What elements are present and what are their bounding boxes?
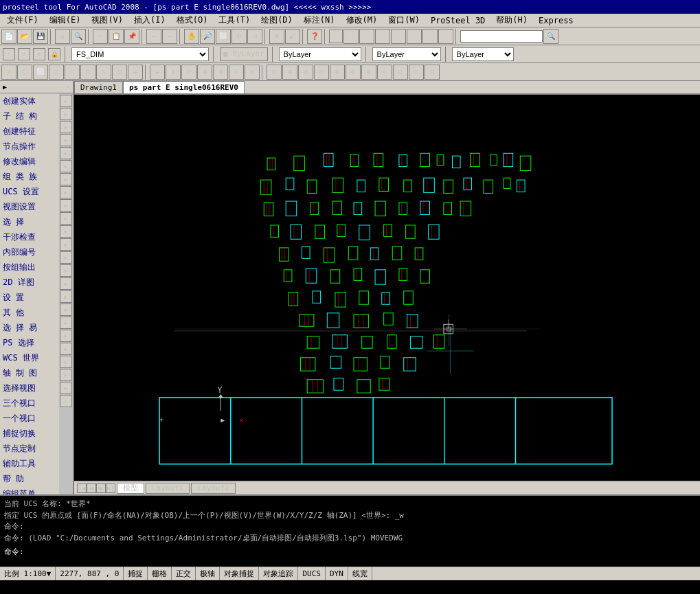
menu-internal-num[interactable]: 内部编号 [0,244,59,260]
mod-btn3[interactable]: ⟳ [181,65,196,80]
command-input[interactable] [4,560,696,567]
ps-btn5[interactable] [391,29,406,44]
layer-lock-btn[interactable]: 🔒 [48,48,60,60]
menu-prosteel[interactable]: ProSteel 3D [427,15,489,26]
layout-nav-next[interactable]: ▶ [96,483,106,493]
left-icon-8[interactable]: ▶ [60,186,72,198]
status-grid[interactable]: 栅格 [148,567,172,580]
left-icon-3[interactable]: ▶ [60,121,72,133]
left-icon-7[interactable]: ▶ [60,173,72,185]
redo-btn[interactable]: ↪ [162,29,177,44]
left-icon-18[interactable]: ▶ [60,317,72,329]
save-btn[interactable]: 💾 [33,29,48,44]
left-icon-13[interactable]: ▶ [60,251,72,264]
layout-tab-model[interactable]: 模型 [117,483,144,494]
menu-3-viewport[interactable]: 三个视口 [0,396,59,411]
snap-btn11[interactable]: ⊜ [425,65,440,80]
lineweight-select[interactable]: ByLayer [372,47,441,61]
drawing-canvas[interactable]: + ▶ ✕ Y [74,95,700,481]
menu-file[interactable]: 文件(F) [3,14,43,27]
left-icon-12[interactable]: ▶ [60,238,72,251]
layer-freeze-btn[interactable]: ❄ [33,48,45,60]
status-ortho[interactable]: 正交 [172,567,196,580]
menu-node-custom[interactable]: 节点定制 [0,441,59,456]
snap-btn6[interactable]: ⊙ [346,65,361,80]
menu-ps-select[interactable]: PS 选择 [0,335,59,350]
status-dyn[interactable]: DYN [326,567,348,580]
left-icon-24[interactable]: ☆ [60,395,72,407]
left-icon-20[interactable]: ▶ [60,343,72,355]
canvas-area[interactable]: Drawing1 ps part E single0616REV0 + ▶ ✕ … [74,81,700,494]
zoom-win-btn[interactable]: ⬜ [216,29,231,44]
left-icon-11[interactable]: ▶ [60,225,72,238]
mod-btn7[interactable]: ⊕ [245,65,260,80]
draw-btn1[interactable]: ∕ [1,65,16,80]
draw-btn3[interactable]: ⬜ [33,65,48,80]
left-icon-10[interactable]: ▶ [60,212,72,225]
menu-node-op[interactable]: 节点操作 [0,139,59,154]
ps-btn3[interactable] [359,29,374,44]
ps-btn4[interactable] [375,29,390,44]
menu-2d-detail[interactable]: 2D 详图 [0,275,59,290]
menu-wcs-world[interactable]: WCS 世界 [0,350,59,365]
color-control[interactable]: ■ ByLayer [220,47,268,61]
menu-group-family[interactable]: 组 类 族 [0,169,59,184]
status-osnap[interactable]: 对象捕捉 [220,567,259,580]
menu-ucs-set[interactable]: UCS 设置 [0,184,59,199]
ps-btn1[interactable] [329,30,343,43]
preview-btn[interactable]: 🔍 [71,29,86,44]
undo-btn[interactable]: ↩ [146,29,161,44]
snap-btn10[interactable]: ⊝ [409,65,424,80]
mod-btn4[interactable]: ⊗ [197,65,212,80]
left-icon-9[interactable]: ▶ [60,199,72,212]
left-icon-17[interactable]: ▶ [60,304,72,316]
draw-btn9[interactable]: ◈ [128,65,143,80]
snap-btn9[interactable]: ⊘ [393,65,408,80]
snap-btn3[interactable]: ⊞ [298,65,313,80]
draw-btn8[interactable]: ⊞ [112,65,127,80]
draw-btn6[interactable]: A [80,65,95,80]
menu-other[interactable]: 其 他 [0,305,59,320]
menu-insert[interactable]: 插入(I) [130,14,170,27]
layout-nav-first[interactable]: |◀ [77,483,87,493]
menu-express[interactable]: Express [534,15,578,26]
menu-interference[interactable]: 干涉检查 [0,229,59,244]
tab-drawing1[interactable]: Drawing1 [74,81,123,93]
menu-1-viewport[interactable]: 一个视口 [0,411,59,426]
status-polar[interactable]: 极轴 [196,567,220,580]
cut-btn[interactable]: ✂ [93,29,108,44]
menu-help2[interactable]: 帮 助 [0,471,59,486]
menu-modify-edit[interactable]: 修改编辑 [0,154,59,169]
menu-window[interactable]: 窗口(W) [384,14,424,27]
open-btn[interactable]: 📂 [17,29,32,44]
snap-btn5[interactable]: ⊛ [330,65,345,80]
menu-help[interactable]: 帮助(H) [492,14,532,27]
left-icon-21[interactable]: ▶ [60,356,72,368]
ps-btn2[interactable] [343,29,359,44]
pan-btn[interactable]: ✋ [184,29,199,44]
left-icon-1[interactable]: ▶ [60,95,72,107]
menu-axis-draw[interactable]: 轴 制 图 [0,365,59,380]
menu-sub-struct[interactable]: 子 结 构 [0,108,59,124]
menu-create-feature[interactable]: 创建特征 [0,124,59,139]
linetype-select[interactable]: ByLayer [279,47,361,61]
layout-tab-layout1[interactable]: Layout1 [146,483,190,494]
menu-format[interactable]: 格式(O) [172,14,212,27]
left-icon-22[interactable]: ▶ [60,369,72,381]
menu-edit[interactable]: 编辑(E) [45,14,85,27]
menu-modify[interactable]: 修改(M) [342,14,382,27]
props-btn[interactable]: ⚙ [269,29,284,44]
left-icon-15[interactable]: ▶ [60,277,72,290]
layer-on-btn[interactable]: ☀ [18,48,30,60]
layer-select[interactable]: FS_DIM [71,47,209,61]
menu-view[interactable]: 视图(V) [87,14,127,27]
menu-select-easy[interactable]: 选 择 易 [0,320,59,335]
zoom-btn[interactable]: 🔎 [200,29,215,44]
ps-btn8[interactable] [438,29,453,44]
zoom-all-btn[interactable]: ⊞ [232,29,247,44]
snap-btn7[interactable]: ⊚ [361,65,376,80]
search-btn[interactable]: 🔍 [543,29,558,44]
sidebar-close-btn[interactable]: ✕ [66,83,70,91]
layout-nav-last[interactable]: ▶| [106,483,115,493]
layer-props-btn[interactable]: ⚡ [3,48,15,60]
